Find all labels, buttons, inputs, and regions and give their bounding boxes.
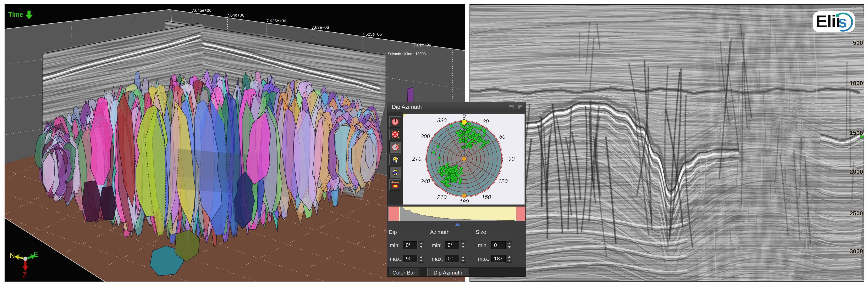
svg-text:2500: 2500 (849, 210, 863, 217)
svg-text:Seismic : Xline : 13003: Seismic : Xline : 13003 (388, 52, 426, 56)
svg-text:120: 120 (498, 178, 507, 184)
svg-text:Time: Time (8, 11, 23, 18)
svg-text:7.625e+06: 7.625e+06 (362, 32, 382, 36)
svg-text:Z: Z (23, 271, 27, 279)
svg-text:s: s (838, 13, 847, 31)
svg-text:7.635e+06: 7.635e+06 (266, 19, 286, 23)
svg-text:210: 210 (437, 194, 446, 200)
svg-text:150: 150 (482, 194, 491, 200)
svg-text:60: 60 (499, 134, 505, 140)
svg-text:500: 500 (853, 39, 863, 46)
svg-text:270: 270 (412, 156, 421, 162)
svg-text:E: E (34, 250, 38, 258)
svg-text:3000: 3000 (849, 248, 863, 255)
svg-text:1000: 1000 (849, 80, 863, 86)
svg-text:180: 180 (459, 199, 469, 205)
svg-text:90: 90 (508, 156, 515, 162)
svg-text:30: 30 (483, 118, 489, 124)
svg-text:330: 330 (437, 117, 446, 123)
svg-text:300: 300 (421, 133, 430, 140)
svg-text:0: 0 (462, 114, 466, 119)
svg-text:7.64e+06: 7.64e+06 (227, 13, 244, 17)
svg-text:7.62e+06: 7.62e+06 (414, 43, 431, 47)
svg-text:2000: 2000 (849, 168, 863, 175)
svg-text:7.63e+06: 7.63e+06 (312, 25, 329, 30)
svg-text:7.645e+06: 7.645e+06 (192, 8, 211, 13)
svg-text:N: N (10, 251, 15, 259)
svg-text:240: 240 (420, 178, 430, 184)
